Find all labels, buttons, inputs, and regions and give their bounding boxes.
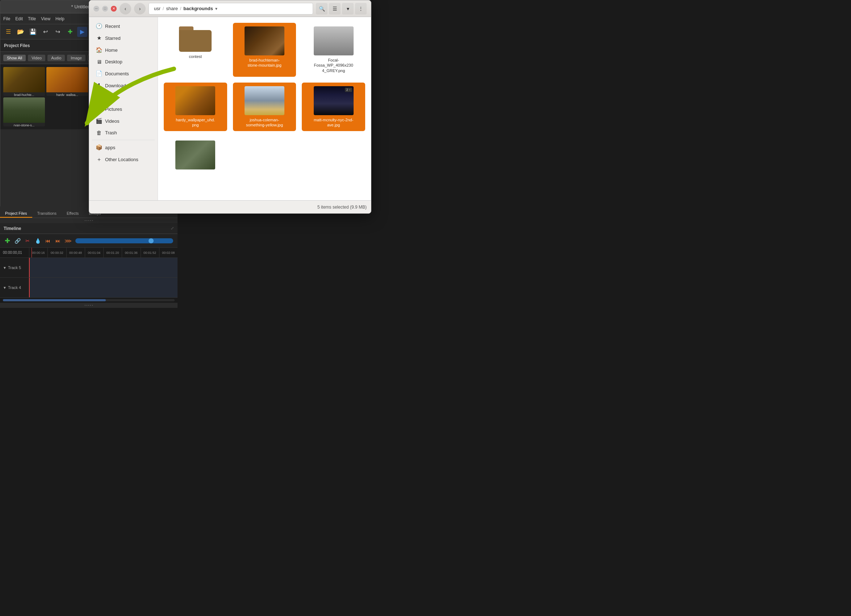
ruler-marks: 00:00:16 00:00:32 00:00:48 00:01:04 00:0…: [29, 248, 177, 257]
sidebar-music[interactable]: 🎵 Music: [90, 92, 156, 103]
file-contest[interactable]: contest: [164, 23, 227, 77]
sidebar-desktop[interactable]: 🖥 Desktop: [90, 56, 156, 68]
sidebar-home[interactable]: 🏠 Home: [90, 44, 156, 56]
undo-icon[interactable]: ↩: [40, 27, 50, 37]
breadcrumb-share[interactable]: share: [164, 6, 180, 11]
file-focal[interactable]: Focal-Fossa_WP_4096x2304_GREY.png: [302, 23, 365, 77]
sidebar-downloads[interactable]: ⬇ Downloads: [90, 80, 156, 91]
sidebar-trash-label: Trash: [105, 130, 117, 135]
home-icon: 🏠: [96, 47, 102, 53]
thumb-ryan[interactable]: ryan-stone-s...: [3, 98, 45, 126]
filter-video[interactable]: Video: [28, 55, 45, 61]
drag-handle-bottom[interactable]: • • • • •: [0, 303, 177, 308]
timeline-handle[interactable]: [149, 238, 153, 243]
search-button[interactable]: 🔍: [316, 3, 328, 15]
sidebar-other-locations[interactable]: ＋ Other Locations: [90, 153, 156, 165]
sidebar-pictures-label: Pictures: [105, 107, 122, 112]
remove-track-icon[interactable]: 🔗: [13, 236, 22, 245]
folder-body: [179, 30, 212, 52]
recent-icon: 🕐: [96, 23, 102, 29]
menu-title[interactable]: Title: [28, 16, 36, 21]
breadcrumb-usr[interactable]: usr: [152, 6, 163, 11]
tab-transitions[interactable]: Transitions: [32, 210, 62, 218]
add-track-icon[interactable]: ✚: [3, 236, 12, 245]
breadcrumb-backgrounds[interactable]: backgrounds: [181, 6, 215, 11]
sidebar-apps[interactable]: 📦 apps: [90, 141, 156, 153]
sidebar-videos[interactable]: 🎬 Videos: [90, 115, 156, 127]
sidebar-starred[interactable]: ★ Starred: [90, 32, 156, 44]
thumb-brad[interactable]: brad-huchte...: [3, 67, 45, 96]
center-icon[interactable]: ⋙: [64, 236, 72, 245]
jump-end-icon[interactable]: ⏭: [54, 236, 62, 245]
filter-image[interactable]: Image: [67, 55, 86, 61]
file-brad-label: brad-huchteman-stone-mountain.jpg: [245, 57, 284, 68]
sidebar-apps-label: apps: [105, 145, 115, 150]
save-project-icon[interactable]: 💾: [28, 27, 38, 37]
sidebar-documents[interactable]: 📄 Documents: [90, 68, 156, 79]
track-5-label: ▼ Track 5: [0, 266, 29, 270]
track-5-content[interactable]: [29, 258, 177, 277]
track-5: ▼ Track 5: [0, 258, 177, 278]
menu-view[interactable]: View: [41, 16, 50, 21]
window-close[interactable]: ✕: [111, 6, 117, 12]
nav-back[interactable]: ‹: [120, 3, 131, 15]
file-hardy[interactable]: hardy_wallpaper_uhd.png: [164, 83, 227, 131]
timeline-expand-icon[interactable]: ⤢: [171, 226, 174, 231]
videos-icon: 🎬: [96, 118, 102, 124]
menu-edit[interactable]: Edit: [15, 16, 23, 21]
sidebar-documents-label: Documents: [105, 71, 129, 77]
sidebar-recent[interactable]: 🕐 Recent: [90, 20, 156, 32]
ruler-1: 00:00:32: [47, 248, 66, 257]
scrollbar-thumb[interactable]: [3, 299, 106, 301]
fileman-titlebar: ─ □ ✕ ‹ › usr / share / backgrounds ▾ 🔍 …: [89, 0, 371, 17]
sidebar-trash[interactable]: 🗑 Trash: [90, 127, 156, 138]
add-marker-icon[interactable]: 💧: [33, 236, 42, 245]
preview-icon[interactable]: ▶: [77, 27, 87, 37]
ruler-4: 00:01:20: [103, 248, 122, 257]
open-project-icon[interactable]: 📂: [16, 27, 26, 37]
thumb-label: brad-huchte...: [3, 92, 45, 96]
status-text: 5 items selected (9.9 MB): [317, 204, 367, 210]
file-matt-thumb: 2 ↑: [314, 86, 353, 115]
sort-button[interactable]: ▾: [342, 3, 353, 15]
tab-effects[interactable]: Effects: [62, 210, 84, 218]
timeline-scrollbar[interactable]: [0, 297, 177, 303]
file-brad-thumb: [245, 26, 284, 56]
sidebar-pictures[interactable]: 🖼 Pictures: [90, 104, 156, 115]
window-maximize[interactable]: □: [102, 6, 108, 12]
menu-button[interactable]: ⋮: [355, 3, 367, 15]
file-matt[interactable]: 2 ↑ matt-mcnulty-nyc-2nd-ave.jpg: [302, 83, 365, 131]
window-minimize[interactable]: ─: [93, 6, 99, 12]
file-matt-badge: 2 ↑: [345, 88, 352, 92]
redo-icon[interactable]: ↪: [53, 27, 63, 37]
file-brad[interactable]: brad-huchteman-stone-mountain.jpg: [233, 23, 296, 77]
new-project-icon[interactable]: ☰: [3, 27, 14, 37]
sidebar-videos-label: Videos: [105, 119, 120, 124]
fileman-statusbar: 5 items selected (9.9 MB): [89, 200, 371, 213]
fileman-sidebar: 🕐 Recent ★ Starred 🏠 Home 🖥 Desktop 📄 Do…: [89, 17, 158, 200]
nav-forward[interactable]: ›: [134, 3, 146, 15]
jump-start-icon[interactable]: ⏮: [44, 236, 52, 245]
filter-show-all[interactable]: Show All: [3, 55, 26, 61]
file-joshua-label: joshua-coleman-something-yellow.jpg: [245, 117, 284, 128]
breadcrumb-dropdown[interactable]: ▾: [215, 6, 217, 11]
thumb-hardy[interactable]: hardy_wallpa...: [47, 67, 88, 96]
menu-file[interactable]: File: [3, 16, 10, 21]
file-matt-label: matt-mcnulty-nyc-2nd-ave.jpg: [314, 117, 353, 128]
track-4: ▼ Track 4: [0, 278, 177, 297]
sidebar-recent-label: Recent: [105, 24, 120, 29]
sidebar-home-label: Home: [105, 47, 118, 53]
list-view-button[interactable]: ☰: [329, 3, 341, 15]
drag-handle[interactable]: • • • • •: [0, 218, 177, 223]
menu-help[interactable]: Help: [56, 16, 65, 21]
file-joshua[interactable]: joshua-coleman-something-yellow.jpg: [233, 83, 296, 131]
file-extra[interactable]: [164, 137, 227, 175]
add-clip-icon[interactable]: ✚: [65, 27, 75, 37]
tab-project-files[interactable]: Project Files: [0, 210, 32, 218]
track-4-content[interactable]: [29, 278, 177, 297]
filter-audio[interactable]: Audio: [47, 55, 65, 61]
file-joshua-thumb: [245, 86, 284, 115]
split-icon[interactable]: ✂: [23, 236, 32, 245]
timeline-label: Timeline: [4, 226, 21, 231]
timeline-progress[interactable]: [75, 238, 173, 243]
